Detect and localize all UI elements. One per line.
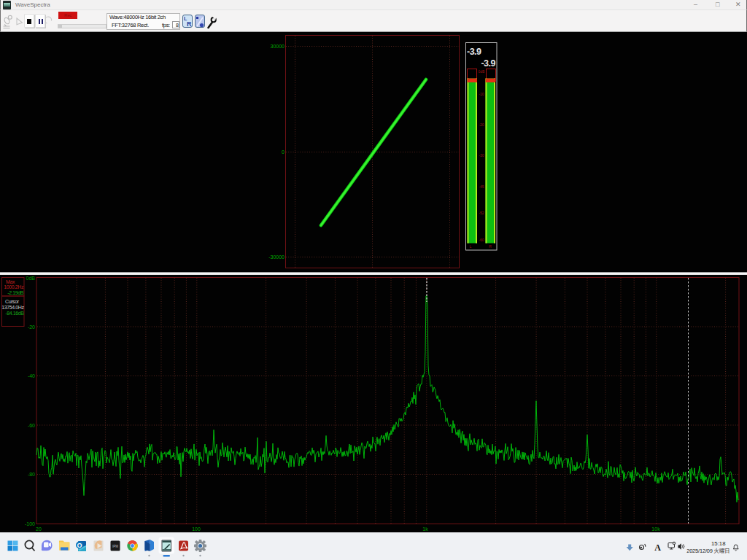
svg-text:10k: 10k	[651, 526, 660, 532]
svg-text:-80: -80	[28, 472, 35, 477]
svg-text:-20: -20	[28, 324, 35, 330]
svg-text:1000.2Hz: 1000.2Hz	[4, 284, 24, 289]
svg-text:Max: Max	[6, 279, 15, 284]
svg-text:0dB: 0dB	[26, 276, 36, 281]
svg-text:IPM: IPM	[112, 545, 118, 548]
svg-text:A: A	[654, 542, 661, 553]
svg-text:-2.19dB: -2.19dB	[7, 290, 23, 295]
svg-text:O: O	[77, 542, 82, 549]
svg-text:20: 20	[36, 526, 42, 532]
svg-text:2025/12/09 火曜日: 2025/12/09 火曜日	[686, 548, 729, 554]
svg-text:Cursor: Cursor	[5, 299, 20, 304]
svg-text:1k: 1k	[422, 526, 428, 532]
svg-text:-60: -60	[28, 423, 35, 428]
svg-text:-100: -100	[25, 521, 35, 526]
svg-text:100: 100	[192, 526, 201, 532]
svg-text:-84.16dB: -84.16dB	[5, 311, 24, 316]
svg-text:13754.0Hz: 13754.0Hz	[1, 305, 24, 310]
svg-text:15:18: 15:18	[711, 540, 726, 547]
svg-text:-40: -40	[28, 373, 35, 378]
